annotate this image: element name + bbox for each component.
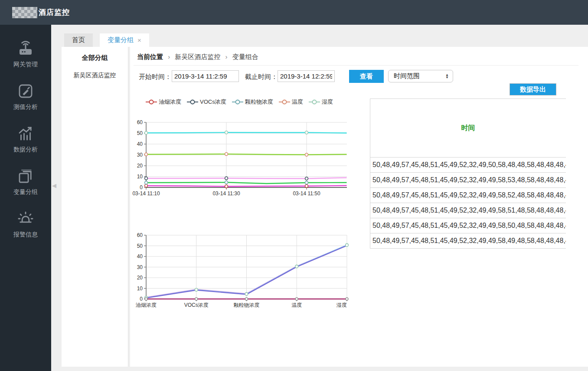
svg-text:0: 0 [140, 296, 143, 302]
breadcrumb-prefix: 当前位置 [137, 53, 163, 60]
svg-text:油烟浓度: 油烟浓度 [136, 302, 157, 308]
svg-text:0: 0 [140, 184, 143, 190]
content-area: 首页 变量分组 × 全部分组 新吴区酒店监控 当前位置 › 新吴区酒店监控 › … [51, 25, 588, 371]
table-header-time: 时间 [370, 99, 566, 158]
view-button[interactable]: 查看 [349, 70, 384, 83]
group-item-hotel[interactable]: 新吴区酒店监控 [62, 67, 128, 84]
time-range-select-value: 时间范围 [394, 72, 445, 80]
main-panel: 当前位置 › 新吴区酒店监控 › 变量组合 开始时间： 截止时间： 查看 时间范… [130, 47, 588, 367]
breadcrumb-separator: › [168, 53, 170, 60]
legend-marker-icon [309, 99, 320, 105]
svg-text:颗粒物浓度: 颗粒物浓度 [234, 302, 260, 308]
table-row[interactable]: 50,48,49,57,45,48,51,45,49,52,32,49,49,5… [370, 188, 566, 203]
legend-item[interactable]: 颗粒物浓度 [232, 98, 273, 106]
sidebar-item-label: 测值分析 [13, 103, 38, 111]
sidebar-item-label: 网关管理 [13, 61, 38, 69]
svg-text:20: 20 [137, 163, 143, 169]
group-panel: 全部分组 新吴区酒店监控 [62, 47, 128, 367]
legend-label: VOCs浓度 [200, 98, 226, 106]
table-row[interactable]: 50,48,49,57,45,48,51,45,49,52,32,49,49,5… [370, 218, 566, 233]
breadcrumb-item-combo: 变量组合 [232, 53, 258, 60]
legend-marker-icon [232, 99, 243, 105]
svg-text:20: 20 [137, 275, 143, 281]
tab-home[interactable]: 首页 [64, 33, 93, 47]
sidebar-item-groups[interactable]: 变量分组 [0, 167, 51, 196]
app-title: 酒店监控 [39, 7, 70, 17]
sidebar-item-label: 数据分析 [13, 146, 38, 154]
sidebar-item-alarms[interactable]: 报警信息 [0, 210, 51, 239]
svg-text:10: 10 [137, 286, 143, 292]
time-series-chart: 010203040506003-14 11:1003-14 11:3003-14… [130, 118, 356, 201]
export-button[interactable]: 数据导出 [510, 83, 556, 95]
legend-item[interactable]: VOCs浓度 [187, 98, 226, 106]
svg-text:湿度: 湿度 [336, 302, 347, 308]
alarm-icon [16, 210, 35, 230]
legend-label: 油烟浓度 [159, 98, 181, 106]
legend-marker-icon [187, 99, 198, 105]
svg-text:03-14 11:30: 03-14 11:30 [212, 190, 240, 197]
sidebar-item-label: 变量分组 [13, 188, 38, 196]
breadcrumb-divider [134, 65, 578, 66]
legend-item[interactable]: 温度 [279, 98, 303, 106]
data-table: 时间 50,48,49,57,45,48,51,45,49,52,32,49,5… [370, 98, 566, 249]
sidebar-item-gateway[interactable]: 网关管理 [0, 39, 51, 69]
panel-collapse-icon[interactable]: ◀ [52, 182, 56, 189]
table-row[interactable]: 50,48,49,57,45,48,51,45,49,52,32,49,49,5… [370, 173, 566, 188]
sidebar: 网关管理 测值分析 数据分析 [0, 25, 51, 371]
time-range-select[interactable]: 时间范围 ▲▼ [388, 70, 453, 82]
svg-text:温度: 温度 [291, 302, 302, 308]
variable-snapshot-chart: 0102030405060油烟浓度VOCs浓度颗粒物浓度温度湿度 [130, 231, 356, 314]
table-row[interactable]: 50,48,49,57,45,48,51,45,49,52,32,49,49,5… [370, 233, 566, 249]
group-panel-header: 全部分组 [62, 47, 128, 67]
svg-text:10: 10 [137, 174, 143, 180]
analytics-icon [16, 125, 35, 144]
sidebar-item-analytics[interactable]: 数据分析 [0, 125, 51, 154]
table-row[interactable]: 50,48,49,57,45,48,51,45,49,52,32,49,49,5… [370, 203, 566, 218]
sidebar-item-label: 报警信息 [13, 231, 38, 239]
start-time-input[interactable] [172, 70, 239, 82]
svg-text:50: 50 [137, 130, 143, 136]
legend-item[interactable]: 油烟浓度 [146, 98, 181, 106]
legend-marker-icon [146, 99, 157, 105]
close-icon[interactable]: × [137, 36, 141, 44]
svg-text:03-14 11:10: 03-14 11:10 [132, 190, 160, 197]
redacted-title-mosaic [12, 7, 37, 18]
layers-icon [16, 167, 35, 187]
svg-text:03-14 11:50: 03-14 11:50 [293, 190, 320, 197]
legend-label: 湿度 [322, 98, 333, 106]
measure-icon [16, 82, 35, 102]
breadcrumb-separator: › [225, 53, 228, 60]
legend-label: 颗粒物浓度 [245, 98, 273, 106]
router-icon [16, 39, 35, 59]
svg-text:VOCs浓度: VOCs浓度 [184, 302, 209, 308]
legend-label: 温度 [292, 98, 303, 106]
legend-marker-icon [279, 99, 290, 105]
select-spinner-icon: ▲▼ [445, 74, 449, 79]
tab-bar: 首页 变量分组 × [51, 25, 588, 47]
app-header: 酒店监控 [0, 0, 588, 25]
svg-text:30: 30 [137, 152, 143, 158]
start-time-label: 开始时间： [139, 73, 171, 81]
end-time-input[interactable] [278, 70, 335, 82]
svg-text:30: 30 [137, 264, 143, 270]
svg-text:50: 50 [137, 243, 143, 249]
chart-legend: 油烟浓度VOCs浓度颗粒物浓度温度湿度 [146, 98, 333, 106]
svg-text:60: 60 [137, 119, 143, 125]
sidebar-item-measure[interactable]: 测值分析 [0, 82, 51, 111]
legend-item[interactable]: 湿度 [309, 98, 333, 106]
breadcrumb-item-hotel[interactable]: 新吴区酒店监控 [175, 53, 220, 60]
svg-text:60: 60 [137, 232, 143, 238]
svg-text:40: 40 [137, 253, 143, 259]
table-row[interactable]: 50,48,49,57,45,48,51,45,49,52,32,49,50,5… [370, 158, 566, 173]
svg-text:40: 40 [137, 141, 143, 147]
breadcrumb: 当前位置 › 新吴区酒店监控 › 变量组合 [137, 53, 258, 61]
tab-variable-groups[interactable]: 变量分组 × [100, 33, 149, 47]
end-time-label: 截止时间： [245, 73, 278, 81]
